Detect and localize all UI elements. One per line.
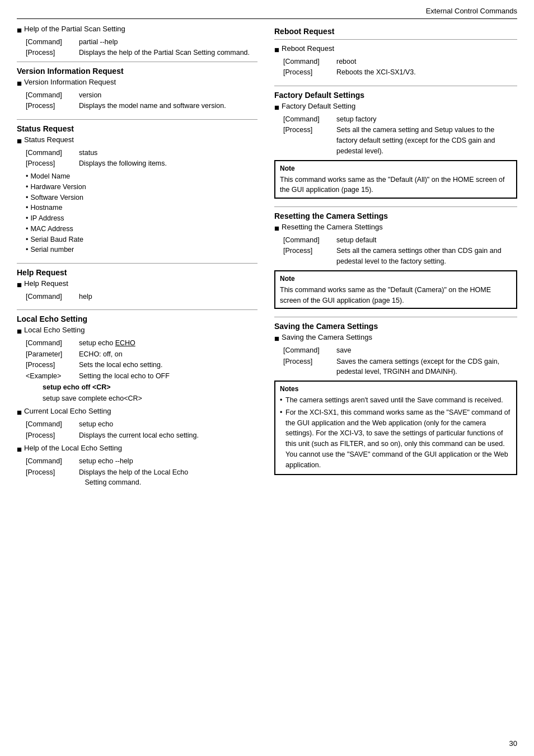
- reset-cmd-table: [Command] setup default [Process] Sets a…: [283, 235, 517, 267]
- save-divider: [274, 317, 517, 317]
- save-notes-title: Notes: [280, 384, 512, 394]
- reset-cmd-row: [Command] setup default: [283, 235, 517, 246]
- save-cmd-value: save: [336, 345, 351, 356]
- save-proc-value: Saves the camera settings (except for th…: [336, 356, 517, 378]
- partial-proc-row: [Process] Displays the help of the Parti…: [26, 48, 257, 58]
- help-bullet: ■ Help Request: [17, 279, 257, 290]
- status-item: Software Version: [26, 192, 257, 203]
- factory-note-text: This command works same as the "Default …: [280, 176, 504, 194]
- reset-label: Resetting the Camera Stettings: [282, 223, 383, 231]
- version-cmd-table: [Command] version [Process] Displays the…: [26, 90, 257, 112]
- reboot-title: Reboot Request: [274, 27, 517, 36]
- status-label: Status Request: [24, 135, 74, 144]
- reboot-cmd-value: reboot: [336, 57, 356, 67]
- reset-cmd-value: setup default: [336, 235, 377, 246]
- echo-cmd-label3: [Command]: [26, 456, 79, 467]
- version-section: Version Information Request ■ Version In…: [17, 67, 257, 111]
- status-item: MAC Address: [26, 224, 257, 234]
- echo-cmd-value3: setup echo --help: [79, 456, 133, 467]
- local-echo-cmd-table2: [Command] setup echo [Process] Displays …: [26, 419, 257, 441]
- factory-proc-label: [Process]: [283, 125, 336, 156]
- local-echo-title: Local Echo Setting: [17, 314, 257, 323]
- echo-example-value: Setting the local echo to OFF: [79, 371, 170, 382]
- version-cmd-value: version: [79, 90, 101, 101]
- partial-scan-cmd-table: [Command] partial --help [Process] Displ…: [26, 37, 257, 59]
- bullet-icon: ■: [274, 223, 279, 234]
- partial-cmd-label: [Command]: [26, 37, 79, 48]
- factory-title: Factory Default Settings: [274, 91, 517, 100]
- bullet-icon: ■: [274, 44, 279, 55]
- version-divider: [17, 62, 257, 62]
- version-proc-value: Displays the model name and software ver…: [79, 101, 226, 111]
- save-proc-row: [Process] Saves the camera settings (exc…: [283, 356, 517, 378]
- status-items-list: Model NameHardware VersionSoftware Versi…: [26, 171, 257, 255]
- factory-cmd-label: [Command]: [283, 114, 336, 125]
- bullet-icon: ■: [17, 407, 22, 418]
- partial-proc-value: Displays the help of the Partial Scan Se…: [79, 48, 250, 58]
- help-cmd-label: [Command]: [26, 292, 79, 302]
- factory-divider: [274, 86, 517, 86]
- echo-example-cmd1-row: setup echo off <CR>: [43, 382, 257, 393]
- echo-proc-label3: [Process]: [26, 467, 79, 489]
- bullet-icon: ■: [17, 25, 22, 36]
- status-item: Serial number: [26, 245, 257, 255]
- reset-note-text: This command works same as the "Default …: [280, 286, 491, 304]
- reboot-proc-row: [Process] Reboots the XCI-SX1/V3.: [283, 67, 517, 78]
- factory-note-title: Note: [280, 163, 512, 173]
- bullet-icon: ■: [17, 279, 22, 290]
- reboot-divider: [274, 39, 517, 40]
- local-echo-cmd-table3: [Command] setup echo --help [Process] Di…: [26, 456, 257, 488]
- help-cmd-value: help: [79, 292, 92, 302]
- echo-proc-label1: [Process]: [26, 360, 79, 370]
- save-label: Saving the Camera Settings: [282, 333, 372, 341]
- reset-proc-row: [Process] Sets all the camera settings o…: [283, 246, 517, 267]
- version-cmd-label: [Command]: [26, 90, 79, 101]
- reboot-proc-label: [Process]: [283, 67, 336, 78]
- reboot-proc-value: Reboots the XCI-SX1/V3.: [336, 67, 416, 78]
- status-cmd-table: [Command] status [Process] Displays the …: [26, 148, 257, 170]
- help-title: Help Request: [17, 268, 257, 277]
- factory-note-box: Note This command works same as the "Def…: [274, 160, 517, 199]
- echo-param-label: [Parameter]: [26, 349, 79, 360]
- status-divider: [17, 119, 257, 120]
- local-echo-label3: Help of the Local Echo Setting: [24, 444, 122, 452]
- echo-example-cmd2-row: setup save complete echo<CR>: [43, 393, 257, 404]
- reset-cmd-label: [Command]: [283, 235, 336, 246]
- reboot-section: Reboot Request ■ Reboot Request [Command…: [274, 27, 517, 78]
- status-proc-row: [Process] Displays the following items.: [26, 158, 257, 169]
- status-cmd-label: [Command]: [26, 148, 79, 158]
- local-echo-label1: Local Echo Setting: [24, 326, 85, 334]
- save-note-item: The camera settings aren't saved until t…: [280, 395, 512, 406]
- status-section: Status Request ■ Status Request [Command…: [17, 124, 257, 255]
- save-bullet: ■ Saving the Camera Settings: [274, 333, 517, 344]
- status-item: Serial Baud Rate: [26, 234, 257, 245]
- echo-cmd-row1: [Command] setup echo ECHO: [26, 338, 257, 349]
- echo-proc-row2: [Process] Displays the current local ech…: [26, 430, 257, 441]
- reset-proc-label: [Process]: [283, 246, 336, 267]
- page-number: 30: [509, 739, 517, 748]
- status-proc-label: [Process]: [26, 158, 79, 169]
- version-title: Version Information Request: [17, 67, 257, 76]
- factory-cmd-row: [Command] setup factory: [283, 114, 517, 125]
- echo-cmd-value1: setup echo ECHO: [79, 338, 135, 349]
- factory-cmd-table: [Command] setup factory [Process] Sets a…: [283, 114, 517, 157]
- save-note-item: For the XCI-SX1, this command works same…: [280, 407, 512, 471]
- status-item: IP Address: [26, 213, 257, 224]
- factory-label: Factory Default Setting: [282, 102, 355, 110]
- echo-proc-value1: Sets the local echo setting.: [79, 360, 162, 370]
- save-proc-label: [Process]: [283, 356, 336, 378]
- version-proc-label: [Process]: [26, 101, 79, 111]
- reset-title: Resetting the Camera Settings: [274, 212, 517, 220]
- status-bullet: ■ Status Request: [17, 135, 257, 147]
- partial-proc-label: [Process]: [26, 48, 79, 58]
- factory-section: Factory Default Settings ■ Factory Defau…: [274, 91, 517, 199]
- bullet-icon: ■: [274, 102, 279, 113]
- reset-proc-value: Sets all the camera settings other than …: [336, 246, 517, 267]
- echo-proc-row3: [Process] Displays the help of the Local…: [26, 467, 257, 489]
- local-echo-cmd-table1: [Command] setup echo ECHO [Parameter] EC…: [26, 338, 257, 404]
- factory-bullet: ■ Factory Default Setting: [274, 102, 517, 113]
- version-label: Version Information Request: [24, 78, 116, 86]
- bullet-icon: ■: [17, 78, 22, 89]
- echo-underline: ECHO: [115, 339, 135, 347]
- reboot-cmd-table: [Command] reboot [Process] Reboots the X…: [283, 57, 517, 78]
